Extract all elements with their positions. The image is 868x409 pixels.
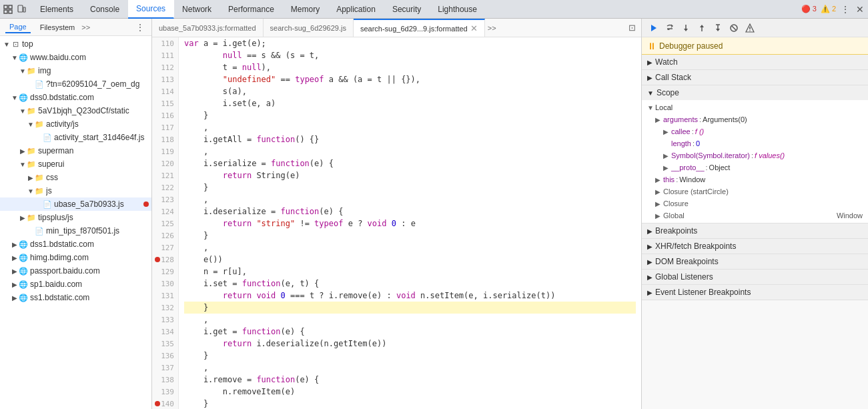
tree-item-5av1[interactable]: ▼ 📁 5aV1bjqh_Q23odCf/static — [0, 104, 151, 117]
tab-security[interactable]: Security — [384, 0, 430, 19]
scope-length[interactable]: length : 0 — [642, 137, 868, 149]
scope-header[interactable]: ▼ Scope — [642, 85, 868, 100]
tree-item-ubase[interactable]: 📄 ubase_5a7b0933.js — [0, 197, 151, 211]
close-devtools-icon[interactable]: ✕ — [855, 4, 865, 15]
tab-performance[interactable]: Performance — [220, 0, 283, 19]
line-126[interactable]: 126 — [152, 230, 178, 242]
line-131[interactable]: 131 — [152, 290, 178, 302]
tree-item-mintips[interactable]: 📄 min_tips_f870f501.js — [0, 224, 151, 238]
tree-item-passport[interactable]: ▶ 🌐 passport.baidu.com — [0, 264, 151, 278]
tree-item-dss1[interactable]: ▶ 🌐 dss1.bdstatic.com — [0, 238, 151, 251]
editor-tab-search2[interactable]: search-sug_6d29...9.js:formatted ✕ — [354, 19, 485, 37]
tab-network[interactable]: Network — [174, 0, 220, 19]
xhr-header[interactable]: ▶ XHR/fetch Breakpoints — [642, 239, 868, 254]
code-area[interactable]: 110 111 112 113 114 115 116 117 118 119 … — [152, 37, 641, 409]
page-tab[interactable]: Page — [5, 21, 31, 33]
line-125[interactable]: 125 — [152, 218, 178, 230]
tree-item-himg[interactable]: ▶ 🌐 himg.bdimg.com — [0, 251, 151, 264]
watch-header[interactable]: ▶ Watch — [642, 55, 868, 69]
tree-item-top[interactable]: ▼ ⊡ top — [0, 37, 151, 51]
line-135[interactable]: 135 — [152, 338, 178, 350]
tab-application[interactable]: Application — [328, 0, 384, 19]
callstack-header[interactable]: ▶ Call Stack — [642, 70, 868, 85]
line-119[interactable]: 119 — [152, 145, 178, 157]
editor-tabs-more[interactable]: >> — [488, 24, 496, 32]
filesystem-tab[interactable]: Filesystem — [36, 22, 79, 33]
tree-item-tipsplus[interactable]: ▶ 📁 tipsplus/js — [0, 211, 151, 224]
error-count[interactable]: 🔴 3 — [801, 5, 817, 13]
tree-item-ss1[interactable]: ▶ 🌐 ss1.bdstatic.com — [0, 291, 151, 304]
tab-console[interactable]: Console — [82, 0, 128, 19]
warn-count[interactable]: ⚠️ 2 — [821, 5, 836, 13]
scope-closure-start[interactable]: ▶ Closure (startCircle) — [642, 185, 868, 197]
line-112[interactable]: 112 — [152, 61, 178, 73]
line-127[interactable]: 127 — [152, 242, 178, 254]
line-133[interactable]: 133 — [152, 314, 178, 326]
scope-proto[interactable]: ▶ __proto__ : Object — [642, 161, 868, 173]
line-140[interactable]: 140 — [152, 398, 178, 409]
editor-tab-ubase[interactable]: ubase_5a7b0933.js:formatted — [152, 19, 264, 37]
line-116[interactable]: 116 — [152, 109, 178, 121]
step-button[interactable] — [711, 21, 725, 35]
event-breakpoints-header[interactable]: ▶ Event Listener Breakpoints — [642, 285, 868, 300]
tree-item-superman[interactable]: ▶ 📁 superman — [0, 144, 151, 157]
line-115[interactable]: 115 — [152, 97, 178, 109]
scope-symbol[interactable]: ▶ Symbol(Symbol.iterator) : f values() — [642, 149, 868, 161]
line-113[interactable]: 113 — [152, 73, 178, 85]
line-118[interactable]: 118 — [152, 133, 178, 145]
line-121[interactable]: 121 — [152, 169, 178, 181]
local-header[interactable]: ▼ Local — [642, 101, 868, 113]
line-138[interactable]: 138 — [152, 374, 178, 386]
tab-lighthouse[interactable]: Lighthouse — [430, 0, 486, 19]
line-137[interactable]: 137 — [152, 362, 178, 374]
step-over-button[interactable] — [663, 21, 677, 35]
inspect-icon[interactable] — [3, 4, 13, 15]
tab-memory[interactable]: Memory — [283, 0, 328, 19]
tree-item-activity[interactable]: ▼ 📁 activity/js — [0, 117, 151, 131]
tree-item-baidu[interactable]: ▼ 🌐 www.baidu.com — [0, 51, 151, 64]
line-136[interactable]: 136 — [152, 350, 178, 362]
line-128[interactable]: 128 — [152, 254, 178, 266]
tree-item-img[interactable]: ▼ 📁 img — [0, 64, 151, 77]
scope-global[interactable]: ▶ Global Window — [642, 210, 868, 222]
file-tree-more[interactable]: >> — [81, 23, 90, 31]
scope-this[interactable]: ▶ this : Window — [642, 173, 868, 185]
line-120[interactable]: 120 — [152, 157, 178, 169]
line-124[interactable]: 124 — [152, 206, 178, 218]
tree-item-js[interactable]: ▼ 📁 js — [0, 184, 151, 197]
device-icon[interactable] — [16, 4, 27, 15]
line-114[interactable]: 114 — [152, 85, 178, 97]
line-111[interactable]: 111 — [152, 49, 178, 61]
tab-elements[interactable]: Elements — [32, 0, 82, 19]
dom-header[interactable]: ▶ DOM Breakpoints — [642, 254, 868, 269]
line-129[interactable]: 129 — [152, 266, 178, 278]
tree-item-actstart[interactable]: 📄 activity_start_31d46e4f.js — [0, 131, 151, 144]
line-123[interactable]: 123 — [152, 193, 178, 206]
tree-item-css[interactable]: ▶ 📁 css — [0, 171, 151, 184]
editor-tab-close[interactable]: ✕ — [470, 23, 478, 33]
step-out-button[interactable] — [695, 21, 709, 35]
pause-on-exception-button[interactable] — [743, 21, 757, 35]
line-132[interactable]: 132 — [152, 302, 178, 314]
line-134[interactable]: 134 — [152, 326, 178, 338]
global-listeners-header[interactable]: ▶ Global Listeners — [642, 270, 868, 284]
scope-closure[interactable]: ▶ Closure — [642, 197, 868, 210]
file-tree-menu-icon[interactable]: ⋮ — [134, 21, 146, 33]
line-139[interactable]: 139 — [152, 386, 178, 398]
tab-sources[interactable]: Sources — [128, 0, 174, 19]
scope-callee[interactable]: ▶ callee : f () — [642, 125, 868, 137]
deactivate-breakpoints-button[interactable] — [727, 21, 741, 35]
line-122[interactable]: 122 — [152, 181, 178, 193]
tree-item-superui[interactable]: ▼ 📁 superui — [0, 157, 151, 171]
step-into-button[interactable] — [679, 21, 693, 35]
line-117[interactable]: 117 — [152, 121, 178, 133]
line-130[interactable]: 130 — [152, 278, 178, 290]
scope-arguments[interactable]: ▶ arguments : Arguments(0) — [642, 113, 868, 125]
editor-tab-search1[interactable]: search-sug_6d29629.js — [264, 19, 354, 37]
tree-item-tn[interactable]: 📄 ?tn=62095104_7_oem_dg — [0, 77, 151, 91]
breakpoints-header[interactable]: ▶ Breakpoints — [642, 224, 868, 238]
tree-item-dss0[interactable]: ▼ 🌐 dss0.bdstatic.com — [0, 91, 151, 104]
settings-icon[interactable]: ⋮ — [840, 4, 851, 15]
resume-button[interactable] — [647, 21, 661, 35]
tree-item-sp1[interactable]: ▶ 🌐 sp1.baidu.com — [0, 278, 151, 291]
